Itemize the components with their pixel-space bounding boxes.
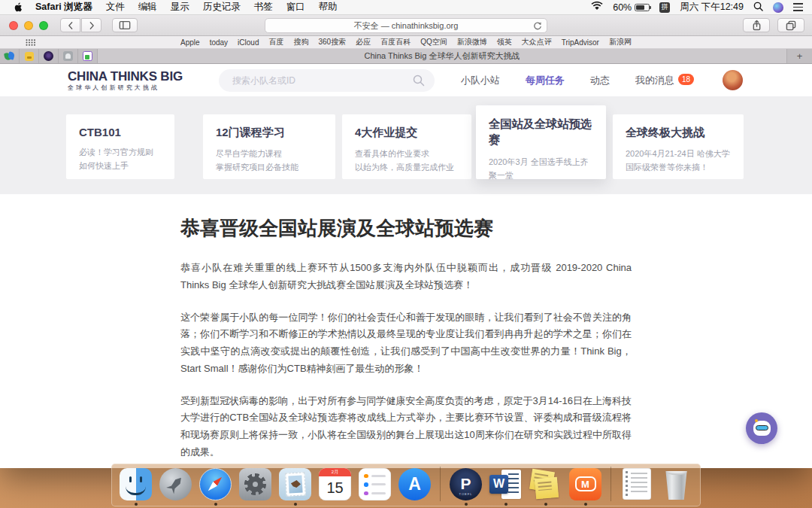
dock-finder-icon[interactable]: [119, 467, 153, 501]
pinned-tab-favicon: [5, 52, 15, 61]
menu-bar-item[interactable]: 历史记录: [203, 1, 241, 14]
pinned-tab[interactable]: [20, 49, 39, 63]
minimize-window-button[interactable]: [24, 21, 33, 30]
article-title: 恭喜晋级全国站展演及全球站预选赛: [180, 215, 812, 242]
pinned-tab[interactable]: [59, 49, 78, 63]
zoom-window-button[interactable]: [39, 21, 48, 30]
nav-feed[interactable]: 动态: [590, 74, 610, 87]
pinned-tab-favicon: [83, 51, 92, 61]
bookmark-item[interactable]: 新浪网: [609, 37, 632, 47]
dock-system-preferences-icon[interactable]: [238, 467, 272, 501]
notification-center-icon[interactable]: [793, 3, 803, 11]
pinned-tab[interactable]: [78, 49, 98, 63]
address-bar[interactable]: 不安全 — chinathinksbig.org: [265, 18, 547, 33]
team-search-box[interactable]: [219, 69, 435, 92]
menu-bar-item[interactable]: 显示: [171, 1, 189, 14]
sidebar-toggle-button[interactable]: [112, 18, 138, 32]
reload-icon[interactable]: [532, 21, 542, 32]
tab-title: China Thinks Big 全球华人创新研究大挑战: [364, 50, 520, 62]
bookmark-item[interactable]: 必应: [356, 37, 371, 47]
dock-launchpad-icon[interactable]: [159, 467, 192, 501]
robot-mascot-icon: [753, 421, 771, 436]
menu-bar-clock[interactable]: 周六 下午12:49: [680, 1, 744, 14]
bookmark-item[interactable]: iCloud: [238, 38, 259, 47]
bookmark-item[interactable]: 360搜索: [318, 37, 346, 47]
wifi-icon[interactable]: [591, 2, 603, 13]
running-indicator: [135, 503, 138, 506]
nav-weekly-task[interactable]: 每周任务: [526, 74, 565, 87]
pinned-tab[interactable]: [0, 49, 20, 63]
battery-percent-label: 60%: [613, 2, 632, 13]
dock-mgtv-icon[interactable]: M: [568, 467, 602, 501]
bookmark-item[interactable]: Apple: [180, 38, 200, 47]
battery-indicator[interactable]: 60%: [613, 2, 650, 13]
card-ctb101[interactable]: CTB101 必读！学习官方规则 如何快速上手: [66, 114, 174, 179]
bookmark-grid-icon[interactable]: [26, 39, 35, 47]
running-indicator: [294, 503, 297, 506]
siri-icon[interactable]: [773, 2, 783, 13]
tpo-letter: P: [460, 475, 471, 493]
site-logo[interactable]: CHINA THINKS BIG 全球华人创新研究大挑战: [68, 70, 183, 91]
bookmark-item[interactable]: 百度百科: [380, 37, 411, 47]
dock-calendar-icon[interactable]: 2月 15: [318, 467, 352, 501]
dock-word-icon[interactable]: W: [489, 467, 523, 501]
dock-tpo-icon[interactable]: PTOEFL: [449, 467, 483, 501]
nav-messages-label: 我的消息: [635, 75, 674, 86]
forward-button[interactable]: [81, 18, 102, 32]
tab-bar: China Thinks Big 全球华人创新研究大挑战 +: [0, 49, 812, 64]
menu-bar-item[interactable]: 文件: [106, 1, 125, 14]
card-line: 国际级荣誉等你来摘！: [626, 160, 731, 174]
card-global-challenge[interactable]: 全球终极大挑战 2020年4月21-24日 哈佛大学 国际级荣誉等你来摘！: [613, 114, 744, 179]
tab-overview-button[interactable]: [777, 18, 804, 32]
article-paragraph: 受到新型冠状病毒的影响，出于对所有参与同学健康安全高度负责的考虑，原定于3月14…: [180, 393, 632, 461]
dock-safari-icon[interactable]: [198, 467, 232, 501]
dock-separator: [440, 467, 441, 501]
battery-icon: [635, 4, 650, 11]
dock-stickies-icon[interactable]: [529, 467, 562, 501]
menu-bar-item[interactable]: 书签: [254, 1, 273, 14]
chat-widget-button[interactable]: [746, 412, 777, 444]
apple-menu-icon[interactable]: [14, 2, 23, 13]
milestone-cards-band: CTB101 必读！学习官方规则 如何快速上手 12门课程学习 尽早自学能力课程…: [0, 96, 812, 194]
bookmark-item[interactable]: 大众点评: [522, 37, 552, 47]
card-title: 12门课程学习: [216, 126, 323, 140]
input-source-icon[interactable]: 拼: [659, 2, 670, 13]
nav-messages[interactable]: 我的消息18: [635, 74, 694, 87]
menu-bar-item[interactable]: 窗口: [286, 1, 305, 14]
dock-mail-icon[interactable]: [278, 467, 312, 501]
bookmark-item[interactable]: 新浪微博: [457, 37, 487, 47]
bookmark-item[interactable]: QQ空间: [420, 37, 447, 47]
bookmark-item[interactable]: 搜狗: [293, 37, 308, 47]
card-title: CTB101: [79, 126, 162, 138]
card-line: 以始为终，高质量完成作业: [355, 160, 459, 174]
share-button[interactable]: [743, 18, 770, 32]
user-avatar[interactable]: [723, 70, 743, 90]
menu-bar-item[interactable]: 编辑: [138, 1, 157, 14]
spotlight-search-icon[interactable]: [753, 2, 763, 14]
bookmark-item[interactable]: TripAdvisor: [562, 38, 599, 47]
card-line: 如何快速上手: [79, 159, 162, 172]
close-window-button[interactable]: [9, 21, 18, 30]
card-assignments[interactable]: 4大作业提交 查看具体的作业要求 以始为终，高质量完成作业: [342, 114, 471, 179]
dock-notes-icon[interactable]: [620, 467, 653, 501]
dock-app-store-icon[interactable]: A: [398, 467, 432, 501]
dock-trash-icon[interactable]: [659, 467, 693, 501]
bookmark-item[interactable]: 领英: [497, 37, 512, 47]
new-tab-button[interactable]: +: [786, 49, 812, 63]
card-national-preliminary[interactable]: 全国站及全球站预选赛 2020年3月 全国选手线上齐聚一堂: [476, 105, 606, 179]
back-button[interactable]: [60, 18, 80, 32]
team-search-input[interactable]: [219, 69, 435, 92]
calendar-day-label: 15: [319, 476, 351, 500]
bookmark-item[interactable]: 百度: [268, 37, 283, 47]
search-icon[interactable]: [413, 75, 425, 90]
bookmark-item[interactable]: today: [210, 38, 228, 47]
pinned-tab[interactable]: [39, 49, 59, 63]
card-courses[interactable]: 12门课程学习 尽早自学能力课程 掌握研究项目必备技能: [203, 114, 335, 179]
card-line: 2020年3月 全国选手线上齐聚一堂: [489, 155, 593, 182]
menu-bar-item[interactable]: 帮助: [319, 1, 338, 14]
active-tab[interactable]: China Thinks Big 全球华人创新研究大挑战: [98, 49, 786, 63]
nav-team-site[interactable]: 小队小站: [461, 74, 500, 87]
menu-bar-app-name[interactable]: Safari 浏览器: [35, 1, 92, 14]
dock-reminders-icon[interactable]: [358, 467, 392, 501]
window-controls: [9, 21, 48, 30]
